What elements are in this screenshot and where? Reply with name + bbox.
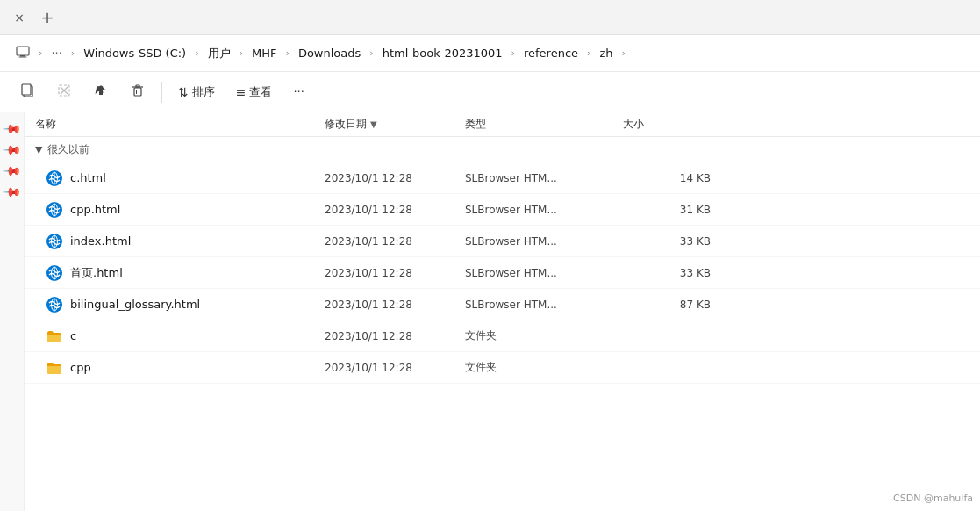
more-label: ··· [293, 85, 304, 98]
file-name: 首页.html [70, 265, 123, 281]
file-date: 2023/10/1 12:28 [325, 330, 465, 342]
svg-rect-1 [20, 55, 25, 57]
view-button[interactable]: ≡ 查看 [227, 79, 282, 105]
file-type: SLBrowser HTM... [465, 204, 623, 216]
table-row[interactable]: cpp 2023/10/1 12:28 文件夹 [25, 352, 980, 384]
breadcrumb-downloads[interactable]: Downloads [293, 43, 366, 63]
file-date: 2023/10/1 12:28 [325, 172, 465, 184]
toolbar: ⇅ 排序 ≡ 查看 ··· [0, 72, 980, 112]
copy-icon [19, 83, 35, 101]
bc-sep-0: › [39, 47, 42, 59]
sl-browser-icon [46, 264, 63, 282]
pin-icon-4[interactable]: 📌 [2, 181, 22, 201]
breadcrumb-windows-ssd-label: Windows-SSD (C:) [83, 47, 186, 60]
file-name-cell: 首页.html [46, 264, 325, 282]
bc-sep-6: › [511, 47, 515, 59]
breadcrumb-html-book-label: html-book-20231001 [383, 47, 503, 60]
breadcrumb-mhf-label: MHF [252, 47, 276, 60]
toolbar-separator-1 [161, 82, 162, 103]
file-name: c [70, 329, 76, 342]
file-type: SLBrowser HTM... [465, 235, 623, 248]
cut-icon [56, 83, 72, 101]
file-area: 📌 📌 📌 📌 名称 修改日期 ▼ 类型 大小 ▼ 很久以前 [0, 112, 980, 511]
file-name: c.html [70, 171, 106, 184]
breadcrumb-mhf[interactable]: MHF [247, 43, 282, 63]
bc-sep-8: › [622, 47, 626, 59]
tab-close-button[interactable]: × [7, 5, 32, 30]
breadcrumb-users-label: 用户 [208, 46, 231, 61]
more-button[interactable]: ··· [284, 80, 312, 104]
file-size: 31 KB [623, 204, 711, 216]
computer-icon [16, 45, 30, 61]
sl-browser-icon [46, 296, 63, 313]
folder-icon [46, 327, 63, 345]
tab-new-button[interactable]: + [35, 5, 60, 30]
breadcrumb-ellipsis[interactable]: ··· [46, 43, 67, 63]
table-row[interactable]: index.html 2023/10/1 12:28 SLBrowser HTM… [25, 226, 980, 257]
bc-sep-4: › [285, 47, 289, 59]
file-type: SLBrowser HTM... [465, 267, 623, 279]
file-list-container[interactable]: 名称 修改日期 ▼ 类型 大小 ▼ 很久以前 [25, 112, 980, 511]
group-label: 很久以前 [47, 142, 89, 157]
col-header-date[interactable]: 修改日期 ▼ [325, 117, 465, 132]
file-date: 2023/10/1 12:28 [325, 362, 465, 374]
svg-rect-10 [136, 85, 139, 87]
breadcrumb-reference[interactable]: reference [519, 43, 583, 63]
breadcrumb-computer[interactable] [11, 41, 35, 65]
file-date: 2023/10/1 12:28 [325, 204, 465, 216]
breadcrumb-zh[interactable]: zh [594, 43, 618, 63]
folder-icon [46, 359, 63, 377]
file-type: SLBrowser HTM... [465, 172, 623, 184]
breadcrumb-windows-ssd[interactable]: Windows-SSD (C:) [78, 43, 191, 63]
file-size: 14 KB [623, 172, 711, 184]
group-toggle[interactable]: ▼ [35, 144, 42, 155]
table-row[interactable]: bilingual_glossary.html 2023/10/1 12:28 … [25, 289, 980, 320]
breadcrumb-users[interactable]: 用户 [203, 42, 236, 65]
view-icon: ≡ [236, 85, 247, 99]
bc-sep-1: › [71, 47, 75, 59]
breadcrumb-reference-label: reference [524, 47, 578, 60]
pin-icon-3[interactable]: 📌 [2, 160, 22, 180]
share-icon [93, 83, 109, 101]
file-name: bilingual_glossary.html [70, 298, 200, 311]
svg-rect-0 [17, 47, 29, 55]
sort-button[interactable]: ⇅ 排序 [169, 79, 224, 105]
cut-button[interactable] [47, 77, 81, 106]
file-name: index.html [70, 234, 131, 248]
share-button[interactable] [84, 77, 118, 106]
col-header-size[interactable]: 大小 [623, 117, 711, 132]
file-name: cpp.html [70, 203, 120, 216]
breadcrumb-downloads-label: Downloads [298, 47, 361, 60]
file-date: 2023/10/1 12:28 [325, 267, 465, 279]
file-name-cell: c.html [46, 169, 325, 187]
file-type: 文件夹 [465, 328, 623, 343]
copy-button[interactable] [11, 77, 44, 106]
file-date: 2023/10/1 12:28 [325, 299, 465, 311]
table-row[interactable]: cpp.html 2023/10/1 12:28 SLBrowser HTM..… [25, 194, 980, 226]
pin-icon-1[interactable]: 📌 [2, 118, 22, 138]
sl-browser-icon [46, 169, 63, 187]
breadcrumb-html-book[interactable]: html-book-20231001 [377, 43, 508, 63]
file-name: cpp [70, 361, 91, 374]
sort-label: 排序 [192, 84, 215, 100]
file-size: 87 KB [623, 299, 711, 311]
bc-sep-7: › [587, 47, 590, 59]
sort-icon: ⇅ [178, 85, 189, 99]
bc-sep-5: › [369, 47, 373, 59]
table-row[interactable]: c 2023/10/1 12:28 文件夹 [25, 320, 980, 352]
pin-icon-2[interactable]: 📌 [2, 139, 22, 159]
file-name-cell: index.html [46, 233, 325, 250]
svg-rect-2 [19, 57, 27, 58]
file-size: 33 KB [623, 235, 711, 248]
col-header-type[interactable]: 类型 [465, 117, 623, 132]
sl-browser-icon [46, 233, 63, 250]
watermark: CSDN @mahuifa [893, 493, 973, 504]
file-name-cell: cpp.html [46, 201, 325, 219]
table-row[interactable]: 首页.html 2023/10/1 12:28 SLBrowser HTM...… [25, 257, 980, 289]
svg-rect-4 [22, 84, 31, 95]
table-row[interactable]: c.html 2023/10/1 12:28 SLBrowser HTM... … [25, 162, 980, 194]
delete-button[interactable] [121, 77, 154, 106]
col-header-name[interactable]: 名称 [35, 117, 325, 132]
svg-rect-8 [134, 88, 141, 96]
file-type: SLBrowser HTM... [465, 299, 623, 311]
